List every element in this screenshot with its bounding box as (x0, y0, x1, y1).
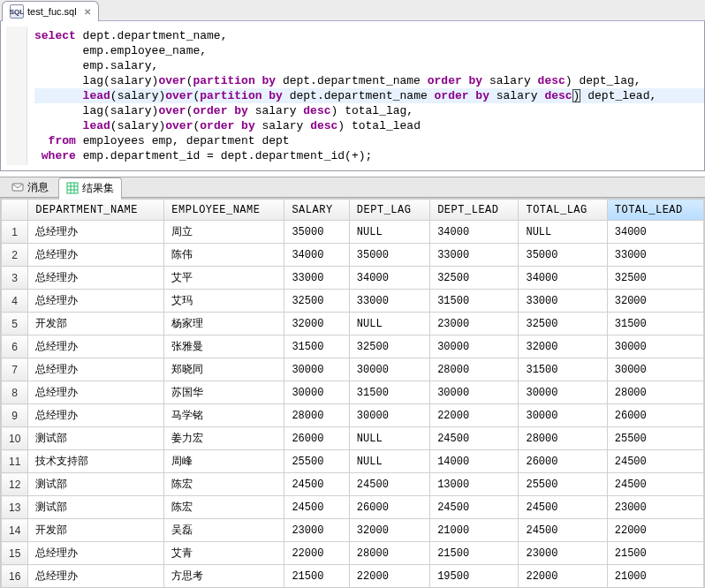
table-row[interactable]: 6总经理办张雅曼3150032500300003200030000 (2, 335, 704, 358)
column-header[interactable]: DEPT_LEAD (430, 200, 519, 221)
cell[interactable]: 31500 (284, 335, 349, 358)
cell[interactable]: 23000 (430, 313, 519, 335)
cell[interactable]: 总经理办 (28, 244, 164, 267)
cell[interactable]: 35000 (519, 244, 607, 267)
column-header[interactable]: DEPARTMENT_NAME (28, 200, 164, 221)
cell[interactable]: 23000 (284, 519, 349, 542)
cell[interactable]: 26000 (349, 496, 429, 519)
cell[interactable]: 23000 (607, 496, 703, 519)
cell[interactable]: 28000 (519, 427, 607, 450)
cell[interactable]: 22000 (519, 565, 607, 588)
cell[interactable]: 31500 (519, 358, 607, 381)
cell[interactable]: 33000 (349, 290, 429, 313)
cell[interactable]: 21000 (607, 565, 703, 588)
row-number[interactable]: 8 (2, 381, 28, 404)
cell[interactable]: 31500 (430, 290, 519, 313)
column-header[interactable]: EMPLOYEE_NAME (164, 200, 284, 221)
row-number[interactable]: 7 (2, 358, 28, 381)
cell[interactable]: 22000 (284, 542, 349, 565)
row-number[interactable]: 14 (2, 519, 28, 542)
cell[interactable]: 21500 (607, 542, 703, 565)
cell[interactable]: 艾玛 (164, 290, 284, 313)
cell[interactable]: 30000 (607, 358, 703, 381)
tab-result-set[interactable]: 结果集 (58, 177, 122, 200)
table-row[interactable]: 1总经理办周立35000NULL34000NULL34000 (2, 221, 704, 244)
row-number[interactable]: 6 (2, 335, 28, 358)
cell[interactable]: 34000 (349, 267, 429, 290)
column-header[interactable]: TOTAL_LEAD (607, 200, 703, 221)
table-row[interactable]: 15总经理办艾青2200028000215002300021500 (2, 542, 704, 565)
table-row[interactable]: 3总经理办艾平3300034000325003400032500 (2, 267, 704, 290)
cell[interactable]: 34000 (284, 244, 349, 267)
cell[interactable]: 杨家理 (164, 313, 284, 335)
cell[interactable]: 马学铭 (164, 404, 284, 427)
cell[interactable]: 30000 (349, 404, 429, 427)
cell[interactable]: 24500 (607, 473, 703, 496)
cell[interactable]: 32000 (349, 519, 429, 542)
cell[interactable]: 周立 (164, 221, 284, 244)
cell[interactable]: 总经理办 (28, 335, 164, 358)
cell[interactable]: 30000 (349, 358, 429, 381)
result-grid-wrap[interactable]: DEPARTMENT_NAMEEMPLOYEE_NAMESALARYDEPT_L… (0, 198, 705, 588)
cell[interactable]: 34000 (519, 267, 607, 290)
cell[interactable]: 32500 (607, 267, 703, 290)
file-tab[interactable]: SQL test_fuc.sql ✕ (2, 1, 99, 21)
cell[interactable]: 31500 (349, 381, 429, 404)
sql-editor[interactable]: select dept.department_name, emp.employe… (0, 21, 705, 171)
table-row[interactable]: 7总经理办郑晓同3000030000280003150030000 (2, 358, 704, 381)
cell[interactable]: NULL (349, 427, 429, 450)
cell[interactable]: 35000 (284, 221, 349, 244)
cell[interactable]: NULL (349, 313, 429, 335)
cell[interactable]: 25500 (284, 450, 349, 473)
cell[interactable]: 34000 (607, 221, 703, 244)
cell[interactable]: 24500 (519, 496, 607, 519)
cell[interactable]: 吴磊 (164, 519, 284, 542)
row-number[interactable]: 13 (2, 496, 28, 519)
cell[interactable]: 32500 (284, 290, 349, 313)
row-number[interactable]: 16 (2, 565, 28, 588)
row-number[interactable]: 11 (2, 450, 28, 473)
cell[interactable]: 32000 (284, 313, 349, 335)
tab-messages[interactable]: 消息 (4, 177, 57, 199)
cell[interactable]: 总经理办 (28, 267, 164, 290)
cell[interactable]: 24500 (430, 496, 519, 519)
table-row[interactable]: 13测试部陈宏2450026000245002450023000 (2, 496, 704, 519)
cell[interactable]: 30000 (284, 381, 349, 404)
cell[interactable]: 32000 (519, 335, 607, 358)
cell[interactable]: 开发部 (28, 313, 164, 335)
cell[interactable]: 22000 (349, 565, 429, 588)
row-number[interactable]: 4 (2, 290, 28, 313)
cell[interactable]: 24500 (607, 450, 703, 473)
cell[interactable]: 32500 (519, 313, 607, 335)
cell[interactable]: 21000 (430, 519, 519, 542)
column-header[interactable]: SALARY (284, 200, 349, 221)
cell[interactable]: 技术支持部 (28, 450, 164, 473)
table-row[interactable]: 14开发部吴磊2300032000210002450022000 (2, 519, 704, 542)
row-number[interactable]: 1 (2, 221, 28, 244)
cell[interactable]: 总经理办 (28, 565, 164, 588)
cell[interactable]: 31500 (607, 313, 703, 335)
cell[interactable]: 30000 (430, 335, 519, 358)
cell[interactable]: NULL (519, 221, 607, 244)
cell[interactable]: 陈伟 (164, 244, 284, 267)
cell[interactable]: 24500 (430, 427, 519, 450)
cell[interactable]: 总经理办 (28, 381, 164, 404)
cell[interactable]: 测试部 (28, 496, 164, 519)
cell[interactable]: 总经理办 (28, 358, 164, 381)
table-row[interactable]: 10测试部姜力宏26000NULL245002800025500 (2, 427, 704, 450)
cell[interactable]: 21500 (284, 565, 349, 588)
table-row[interactable]: 4总经理办艾玛3250033000315003300032000 (2, 290, 704, 313)
cell[interactable]: 21500 (430, 542, 519, 565)
table-row[interactable]: 2总经理办陈伟3400035000330003500033000 (2, 244, 704, 267)
cell[interactable]: 32500 (349, 335, 429, 358)
table-row[interactable]: 11技术支持部周峰25500NULL140002600024500 (2, 450, 704, 473)
cell[interactable]: 总经理办 (28, 221, 164, 244)
cell[interactable]: 23000 (519, 542, 607, 565)
row-number[interactable]: 3 (2, 267, 28, 290)
cell[interactable]: 总经理办 (28, 404, 164, 427)
table-row[interactable]: 16总经理办方思考2150022000195002200021000 (2, 565, 704, 588)
cell[interactable]: 方思考 (164, 565, 284, 588)
cell[interactable]: 22000 (607, 519, 703, 542)
cell[interactable]: 33000 (519, 290, 607, 313)
cell[interactable]: 30000 (284, 358, 349, 381)
